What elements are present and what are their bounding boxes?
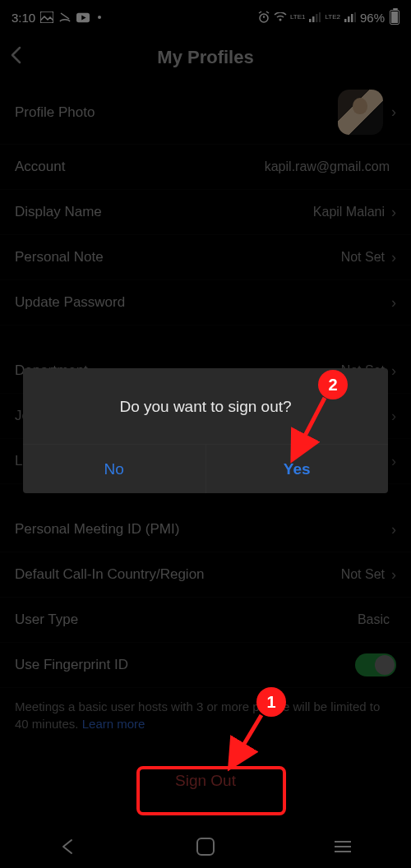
- pmi-label: Personal Meeting ID (PMI): [15, 521, 179, 538]
- row-fingerprint[interactable]: Use Fingerprint ID: [0, 643, 411, 688]
- row-callin[interactable]: Default Call-In Country/Region Not Set ›: [0, 552, 411, 598]
- user-type-value: Basic: [358, 612, 390, 627]
- fingerprint-label: Use Fingerprint ID: [15, 657, 128, 673]
- nav-home-button[interactable]: [173, 838, 238, 856]
- signal2-icon: [344, 11, 357, 24]
- learn-more-link[interactable]: Learn more: [82, 717, 145, 731]
- row-update-password[interactable]: Update Password ›: [0, 280, 411, 326]
- chevron-right-icon: ›: [391, 294, 396, 312]
- wifi-icon: [274, 11, 287, 24]
- svg-line-1: [61, 13, 69, 19]
- row-pmi[interactable]: Personal Meeting ID (PMI) ›: [0, 507, 411, 552]
- chevron-right-icon: ›: [391, 566, 396, 584]
- svg-rect-15: [351, 14, 353, 22]
- chevron-right-icon: ›: [391, 453, 396, 470]
- row-user-type: User Type Basic: [0, 598, 411, 643]
- svg-rect-12: [319, 12, 321, 22]
- svg-rect-0: [40, 12, 53, 23]
- svg-rect-10: [312, 16, 315, 22]
- svg-rect-16: [354, 12, 356, 22]
- battery-icon: [390, 10, 399, 25]
- signal1-icon: [308, 11, 321, 24]
- android-navbar: [0, 825, 411, 868]
- avatar: [338, 90, 383, 135]
- svg-rect-13: [344, 19, 347, 22]
- signout-dialog: Do you want to sign out? No Yes: [23, 368, 388, 493]
- row-account[interactable]: Account kapil.raw@gmail.com: [0, 145, 411, 190]
- account-value: kapil.raw@gmail.com: [265, 159, 390, 174]
- svg-line-7: [266, 12, 269, 13]
- status-time: 3:10: [12, 11, 35, 25]
- sign-out-label: Sign Out: [175, 772, 236, 790]
- dialog-message: Do you want to sign out?: [23, 368, 388, 444]
- status-bar: 3:10 LTE1 LTE2 96%: [0, 0, 411, 35]
- callin-value: Not Set: [341, 567, 385, 582]
- dialog-yes-button[interactable]: Yes: [206, 445, 389, 493]
- row-profile-photo[interactable]: Profile Photo ›: [0, 81, 411, 145]
- row-display-name[interactable]: Display Name Kapil Malani ›: [0, 190, 411, 235]
- svg-line-6: [259, 12, 261, 13]
- sign-out-button[interactable]: Sign Out: [0, 755, 411, 806]
- dialog-no-button[interactable]: No: [23, 445, 206, 493]
- callin-label: Default Call-In Country/Region: [15, 566, 205, 583]
- svg-rect-9: [309, 19, 312, 22]
- svg-rect-11: [316, 14, 318, 22]
- chevron-right-icon: ›: [391, 249, 396, 266]
- chevron-right-icon: ›: [391, 362, 396, 380]
- note-text: Meetings a basic user hosts with 3 or mo…: [15, 699, 380, 731]
- dot-icon: [98, 16, 101, 19]
- nav-recents-button[interactable]: [310, 841, 376, 852]
- chevron-right-icon: ›: [391, 104, 396, 121]
- nav-back-button[interactable]: [35, 838, 101, 855]
- back-button[interactable]: [10, 46, 21, 69]
- lte1-label: LTE1: [290, 14, 306, 21]
- missed-call-icon: [58, 11, 72, 24]
- display-name-label: Display Name: [15, 204, 102, 220]
- basic-user-note: Meetings a basic user hosts with 3 or mo…: [0, 688, 411, 744]
- profile-photo-label: Profile Photo: [15, 104, 95, 121]
- fingerprint-toggle[interactable]: [355, 653, 396, 676]
- lte2-label: LTE2: [325, 14, 340, 21]
- alarm-icon: [257, 11, 270, 24]
- display-name-value: Kapil Malani: [313, 205, 385, 219]
- image-icon: [40, 11, 53, 24]
- account-label: Account: [15, 159, 65, 175]
- chevron-right-icon: ›: [391, 204, 396, 221]
- update-password-label: Update Password: [15, 294, 125, 311]
- row-personal-note[interactable]: Personal Note Not Set ›: [0, 235, 411, 280]
- battery-pct: 96%: [360, 11, 385, 25]
- chevron-right-icon: ›: [391, 408, 396, 425]
- personal-note-value: Not Set: [341, 250, 385, 265]
- youtube-icon: [76, 11, 90, 24]
- header: My Profiles: [0, 35, 411, 81]
- svg-rect-14: [348, 16, 350, 22]
- user-type-label: User Type: [15, 612, 78, 628]
- svg-point-8: [279, 19, 281, 21]
- page-title: My Profiles: [157, 47, 253, 68]
- chevron-right-icon: ›: [391, 521, 396, 538]
- personal-note-label: Personal Note: [15, 249, 104, 265]
